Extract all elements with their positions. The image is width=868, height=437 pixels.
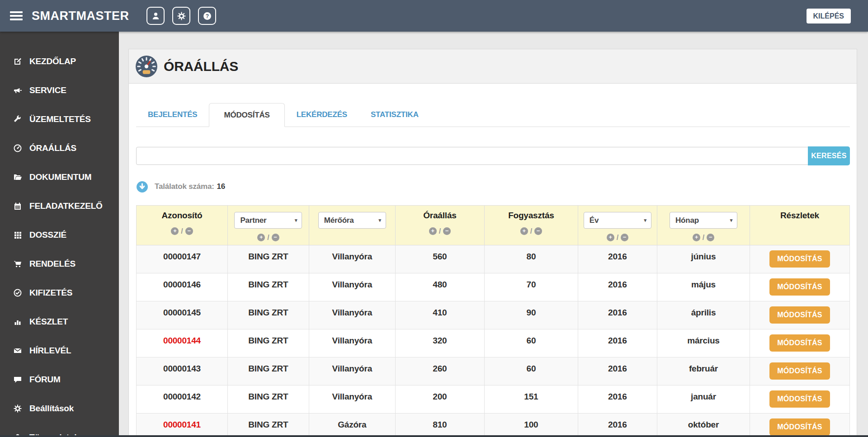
sort-asc-icon[interactable]: + bbox=[693, 234, 700, 241]
tab-modositas[interactable]: MÓDOSÍTÁS bbox=[209, 103, 284, 127]
column-header-ev: Év▾+/− bbox=[578, 206, 657, 245]
cell-partner: BING ZRT bbox=[227, 357, 309, 385]
sort-desc-icon[interactable]: − bbox=[621, 234, 628, 241]
sort-asc-icon[interactable]: + bbox=[520, 227, 528, 235]
sidebar-item-label: ÜZEMELTETÉS bbox=[29, 114, 91, 124]
gauge-icon bbox=[135, 55, 158, 78]
envelope-icon bbox=[12, 346, 24, 355]
sort-asc-icon[interactable]: + bbox=[607, 234, 614, 241]
cell-month: április bbox=[657, 301, 750, 329]
arrow-down-circle-icon bbox=[136, 181, 148, 193]
sidebar-item-dosszie[interactable]: DOSSZIÉ bbox=[0, 221, 119, 249]
cell-meter: Villanyóra bbox=[309, 357, 395, 385]
page-header: ÓRAÁLLÁS bbox=[129, 49, 857, 84]
sidebar-item-forum[interactable]: FÓRUM bbox=[0, 365, 119, 394]
sidebar-item-rendeles[interactable]: RENDELÉS bbox=[0, 249, 119, 278]
cell-partner: BING ZRT bbox=[227, 245, 309, 273]
edit-icon bbox=[12, 57, 24, 66]
chevron-down-icon: ▾ bbox=[730, 217, 732, 223]
sidebar-item-dokumentum[interactable]: DOKUMENTUM bbox=[0, 163, 119, 192]
modify-button[interactable]: MÓDOSÍTÁS bbox=[769, 390, 830, 408]
sidebar-item-hirlevel[interactable]: HÍRLEVÉL bbox=[0, 336, 119, 365]
menu-toggle-icon[interactable] bbox=[10, 9, 23, 22]
cell-consumption: 100 bbox=[485, 414, 578, 437]
sidebar-item-label: FÓRUM bbox=[29, 375, 61, 385]
tab-bejelentes[interactable]: BEJELENTÉS bbox=[136, 103, 209, 127]
sidebar-item-keszlet[interactable]: KÉSZLET bbox=[0, 307, 119, 336]
sort-controls: +/− bbox=[396, 227, 484, 235]
cell-partner: BING ZRT bbox=[227, 414, 309, 437]
results-row: Találatok száma: 16 bbox=[136, 180, 849, 193]
main-content: ÓRAÁLLÁS BEJELENTÉSMÓDOSÍTÁSLEKÉRDEZÉSST… bbox=[119, 32, 868, 437]
sort-desc-icon[interactable]: − bbox=[443, 227, 451, 235]
sidebar-item-feladatkezelo[interactable]: FELADATKEZELŐ bbox=[0, 192, 119, 221]
search-button[interactable]: KERESÉS bbox=[808, 146, 850, 165]
app-root: SMARTMASTER ? KILÉPÉS KEZDŐLAPSERVICEÜZE… bbox=[0, 0, 868, 437]
modify-button[interactable]: MÓDOSÍTÁS bbox=[769, 362, 830, 380]
sort-desc-icon[interactable]: − bbox=[272, 234, 279, 241]
sidebar-item-label: DOSSZIÉ bbox=[29, 230, 66, 240]
cell-month: február bbox=[657, 357, 750, 385]
table-body: 00000147BING ZRTVillanyóra560802016júniu… bbox=[137, 245, 850, 437]
honap-filter-select[interactable]: Hónap▾ bbox=[670, 212, 737, 229]
table-header: Azonosító+/−Partner▾+/−Mérőóra▾Óraállás+… bbox=[137, 206, 850, 245]
cell-partner: BING ZRT bbox=[227, 273, 309, 301]
cell-actions: MÓDOSÍTÁS bbox=[750, 385, 850, 414]
ev-filter-select[interactable]: Év▾ bbox=[584, 212, 651, 229]
meroora-filter-select[interactable]: Mérőóra▾ bbox=[318, 212, 386, 229]
sort-desc-icon[interactable]: − bbox=[707, 234, 714, 241]
cell-year: 2016 bbox=[578, 301, 657, 329]
sort-asc-icon[interactable]: + bbox=[429, 227, 437, 235]
modify-button[interactable]: MÓDOSÍTÁS bbox=[769, 250, 830, 268]
modify-button[interactable]: MÓDOSÍTÁS bbox=[769, 306, 830, 324]
partner-filter-select[interactable]: Partner▾ bbox=[234, 212, 302, 229]
sidebar-item-kifizetes[interactable]: KIFIZETÉS bbox=[0, 278, 119, 307]
help-button[interactable]: ? bbox=[198, 7, 216, 25]
search-input[interactable] bbox=[136, 147, 808, 165]
cell-month: március bbox=[657, 329, 750, 357]
cell-actions: MÓDOSÍTÁS bbox=[750, 301, 850, 329]
cell-actions: MÓDOSÍTÁS bbox=[750, 357, 850, 385]
sort-asc-icon[interactable]: + bbox=[257, 234, 265, 241]
sort-desc-icon[interactable]: − bbox=[185, 227, 193, 235]
modify-button[interactable]: MÓDOSÍTÁS bbox=[769, 418, 830, 436]
sidebar-item-service[interactable]: SERVICE bbox=[0, 76, 119, 105]
chevron-down-icon: ▾ bbox=[644, 217, 646, 223]
sort-controls: +/− bbox=[485, 227, 578, 235]
cell-meter: Villanyóra bbox=[309, 245, 395, 273]
sidebar-item-oraallas[interactable]: ÓRAÁLLÁS bbox=[0, 134, 119, 163]
sort-desc-icon[interactable]: − bbox=[534, 227, 542, 235]
settings-button[interactable] bbox=[172, 7, 190, 25]
cell-actions: MÓDOSÍTÁS bbox=[750, 329, 850, 357]
tab-statisztika[interactable]: STATISZTIKA bbox=[359, 103, 430, 127]
cell-id: 00000141 bbox=[137, 414, 228, 437]
sidebar-item-uzemeltetes[interactable]: ÜZEMELTETÉS bbox=[0, 105, 119, 134]
table-row: 00000146BING ZRTVillanyóra480702016május… bbox=[137, 273, 850, 301]
column-label: Fogyasztás bbox=[485, 211, 578, 221]
cell-year: 2016 bbox=[578, 385, 657, 414]
column-header-honap: Hónap▾+/− bbox=[657, 206, 750, 245]
modify-button[interactable]: MÓDOSÍTÁS bbox=[769, 334, 830, 352]
calendar-icon bbox=[12, 202, 24, 211]
modify-button[interactable]: MÓDOSÍTÁS bbox=[769, 278, 830, 296]
sidebar-item-beallitasok[interactable]: Beállítások bbox=[0, 394, 119, 423]
sidebar-item-kezdolap[interactable]: KEZDŐLAP bbox=[0, 47, 119, 76]
tab-lekerdezes[interactable]: LEKÉRDEZÉS bbox=[285, 103, 359, 127]
cell-partner: BING ZRT bbox=[227, 385, 309, 414]
sidebar-item-label: KIFIZETÉS bbox=[29, 288, 72, 298]
sort-asc-icon[interactable]: + bbox=[171, 227, 179, 235]
cell-year: 2016 bbox=[578, 357, 657, 385]
megaphone-icon bbox=[12, 86, 24, 95]
logout-button[interactable]: KILÉPÉS bbox=[807, 9, 851, 23]
cell-consumption: 90 bbox=[485, 301, 578, 329]
user-button[interactable] bbox=[146, 7, 165, 25]
page-title: ÓRAÁLLÁS bbox=[164, 59, 238, 74]
svg-text:?: ? bbox=[205, 13, 208, 19]
cell-partner: BING ZRT bbox=[227, 329, 309, 357]
column-header-reszletek: Részletek bbox=[750, 206, 850, 245]
cell-meter: Villanyóra bbox=[309, 301, 395, 329]
results-count: 16 bbox=[217, 182, 226, 191]
sidebar-item-label: Beállítások bbox=[29, 404, 74, 414]
comment-icon bbox=[12, 375, 24, 384]
tab-bar: BEJELENTÉSMÓDOSÍTÁSLEKÉRDEZÉSSTATISZTIKA bbox=[136, 103, 850, 127]
